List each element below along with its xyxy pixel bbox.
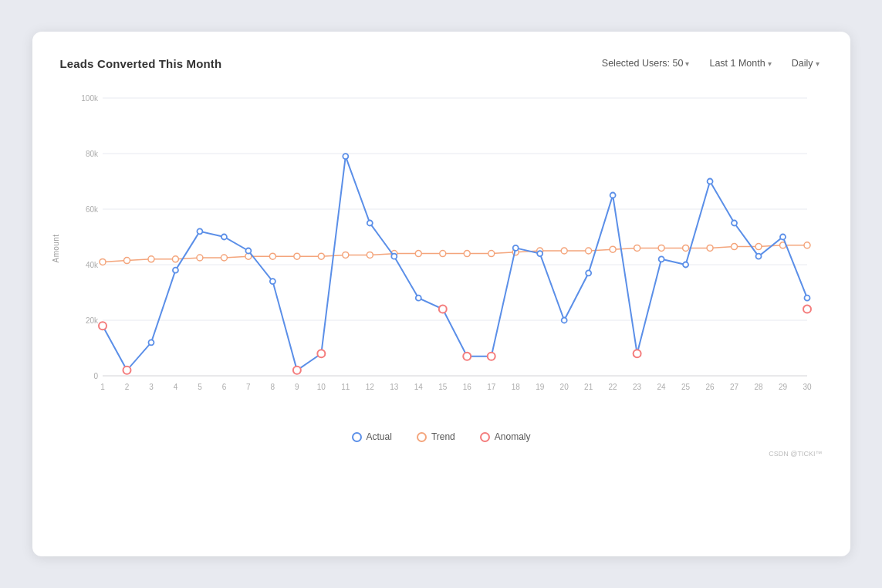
svg-point-92 (561, 318, 566, 323)
trend-dot-icon (417, 432, 427, 442)
chart-title: Leads Converted This Month (60, 57, 222, 70)
svg-point-83 (343, 154, 348, 159)
header-row: Leads Converted This Month Selected User… (60, 56, 823, 70)
svg-text:21: 21 (584, 383, 593, 391)
svg-point-68 (707, 245, 713, 251)
period-filter-button[interactable]: Last 1 Month ▾ (706, 56, 774, 70)
svg-point-101 (780, 235, 786, 240)
svg-point-62 (561, 248, 567, 254)
svg-text:30: 30 (803, 383, 812, 391)
svg-text:19: 19 (536, 383, 545, 391)
svg-point-94 (610, 193, 615, 198)
svg-text:7: 7 (246, 383, 251, 391)
legend-actual: Actual (352, 431, 392, 442)
svg-text:29: 29 (778, 383, 787, 391)
svg-point-102 (804, 296, 809, 301)
svg-point-47 (196, 255, 202, 261)
svg-point-51 (293, 253, 299, 259)
svg-text:8: 8 (270, 383, 275, 391)
svg-text:18: 18 (511, 383, 520, 391)
svg-text:27: 27 (729, 383, 738, 391)
svg-text:60k: 60k (85, 205, 98, 214)
svg-point-45 (147, 256, 154, 262)
svg-point-96 (658, 256, 664, 262)
svg-point-43 (100, 259, 106, 265)
svg-text:25: 25 (681, 383, 691, 391)
svg-point-99 (732, 221, 737, 226)
svg-text:24: 24 (657, 383, 666, 391)
controls: Selected Users: 50 ▾ Last 1 Month ▾ Dail… (599, 56, 823, 70)
svg-text:100k: 100k (81, 94, 99, 103)
svg-point-53 (342, 252, 348, 258)
users-caret-icon: ▾ (685, 59, 689, 68)
svg-text:4: 4 (173, 383, 177, 391)
svg-point-85 (391, 254, 397, 259)
svg-point-63 (585, 248, 591, 254)
svg-point-110 (633, 350, 640, 357)
svg-point-69 (731, 244, 737, 250)
svg-text:80k: 80k (85, 150, 98, 158)
y-axis-label: Amount (51, 235, 59, 263)
svg-text:20k: 20k (85, 316, 98, 325)
svg-point-106 (317, 350, 325, 357)
svg-point-66 (658, 245, 664, 251)
svg-text:23: 23 (633, 383, 642, 391)
svg-text:13: 13 (390, 383, 399, 391)
svg-point-76 (172, 268, 177, 273)
svg-point-91 (537, 251, 542, 256)
svg-text:2: 2 (124, 383, 129, 391)
granularity-caret-icon: ▾ (816, 59, 819, 68)
chart-svg: 020k40k60k80k100k12345678910111213141516… (60, 83, 823, 414)
svg-point-78 (221, 235, 226, 240)
svg-point-57 (439, 251, 445, 257)
svg-point-48 (221, 255, 227, 261)
svg-point-64 (610, 246, 616, 252)
chart-container: Amount 020k40k60k80k100k1234567891011121… (60, 83, 823, 414)
svg-point-98 (707, 179, 712, 184)
svg-point-75 (148, 340, 154, 345)
legend: Actual Trend Anomaly (60, 431, 823, 442)
svg-point-56 (415, 251, 421, 257)
svg-point-46 (172, 256, 178, 262)
actual-dot-icon (352, 432, 362, 442)
card: Leads Converted This Month Selected User… (32, 32, 850, 556)
granularity-filter-button[interactable]: Daily ▾ (789, 56, 823, 70)
svg-text:0: 0 (93, 372, 98, 380)
svg-point-44 (123, 258, 130, 264)
svg-point-105 (292, 367, 300, 374)
svg-point-86 (415, 296, 421, 301)
svg-text:17: 17 (487, 383, 496, 391)
svg-point-70 (755, 244, 762, 250)
svg-text:20: 20 (559, 383, 569, 391)
anomaly-dot-icon (480, 432, 490, 442)
svg-text:11: 11 (341, 383, 350, 391)
svg-text:26: 26 (705, 383, 715, 391)
svg-point-84 (367, 221, 372, 226)
svg-point-52 (318, 253, 324, 259)
svg-text:9: 9 (295, 383, 299, 391)
svg-text:40k: 40k (85, 261, 98, 269)
svg-point-72 (804, 242, 810, 248)
users-filter-button[interactable]: Selected Users: 50 ▾ (599, 56, 693, 70)
svg-text:3: 3 (149, 383, 154, 391)
svg-point-80 (269, 279, 275, 284)
watermark: CSDN @TICKI™ (60, 450, 823, 458)
svg-point-50 (269, 253, 275, 259)
period-caret-icon: ▾ (768, 59, 772, 68)
svg-point-97 (683, 262, 688, 268)
svg-point-59 (488, 251, 494, 257)
svg-text:5: 5 (198, 383, 202, 391)
legend-trend: Trend (417, 431, 455, 442)
svg-point-77 (197, 228, 202, 234)
svg-point-54 (367, 252, 373, 258)
svg-text:15: 15 (438, 383, 448, 391)
svg-text:22: 22 (608, 383, 617, 391)
svg-point-104 (123, 367, 130, 374)
svg-point-58 (464, 251, 470, 257)
svg-text:12: 12 (365, 383, 374, 391)
svg-text:14: 14 (414, 383, 423, 391)
svg-point-107 (438, 306, 446, 313)
svg-text:16: 16 (462, 383, 471, 391)
svg-point-65 (634, 245, 640, 251)
legend-anomaly: Anomaly (480, 431, 531, 442)
